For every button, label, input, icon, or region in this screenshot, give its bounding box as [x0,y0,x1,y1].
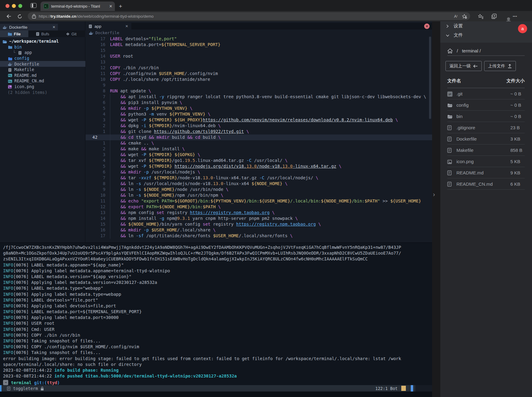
terminal-line: INFO[0076] LABEL metadata.type="webapp" [0,285,432,291]
code-line: 12COPY ./bin /usr/bin [86,65,432,71]
folder-icon [447,114,452,119]
code-line: 17 && ln -sf /opt/titanide/share/fonts $… [86,233,432,239]
maximize-window-button[interactable] [18,4,22,8]
breadcrumb-separator: / [457,48,458,53]
document-icon [447,147,452,152]
code-line: 1 && git clone https://github.com/tsl092… [86,129,432,134]
tab-close-icon[interactable]: ✕ [109,4,112,9]
minimize-window-button[interactable] [12,4,16,8]
file-size: 858 B [510,148,522,153]
editor-tab-bar: app ✕ ✕ [86,23,432,30]
sidebar-tab-close-icon[interactable]: ✕ [52,25,55,29]
file-explorer-sidebar: Dockerfile ✕ FileBufsGit ~/workspace/ter… [0,21,85,242]
tree-item-config[interactable]: config [0,55,85,61]
code-line: 6 && mkdir -p /usr/local/nodejs \ [86,169,432,175]
favorites-icon[interactable] [478,13,484,19]
line-number: 6 [86,100,110,106]
go-up-label: 返回上一级 [449,63,471,69]
file-row-readme-md[interactable]: README.md9 KB [447,167,525,178]
tree-item--workspace-terminal[interactable]: ~/workspace/terminal [0,38,85,44]
tree-item-label: README_CN.md [14,78,44,83]
tree-item-label: README.md [14,73,37,78]
code-area[interactable]: 17LABEL devtools="file,port"16LABEL meta… [86,36,432,239]
line-number: 5 [86,106,110,111]
add-favorite-icon[interactable] [462,13,467,19]
collections-icon[interactable] [491,13,497,19]
tree-item-dockerfile[interactable]: Dockerfile [0,61,85,67]
tree-item-label: ~/workspace/terminal [9,39,59,44]
ide-page: admin@titanide.cnadmin@titanide.cnadmin@… [0,21,532,397]
tree-item-app[interactable]: └ app [0,50,85,55]
editor-tab-close-icon[interactable]: ✕ [125,24,128,28]
file-row-bin[interactable]: bin~ 0 B [447,111,525,122]
code-line: 2 && make && make install \ [86,146,432,152]
docker-whale-icon [89,30,93,35]
line-number: 1 [86,140,110,146]
file-row-readme-cn-md[interactable]: README_CN.md6 KB [447,178,525,190]
line-number: 3 [86,152,110,158]
new-tab-button[interactable]: + [119,3,122,10]
code-line: 14USER root [86,53,432,59]
breadcrumb-path[interactable]: terminal / [462,48,481,53]
terminal-panel[interactable]: /fj7CcwoCW7ZXBc3snKxZNYHpbh7uhwOvx2lsi4W… [0,242,432,385]
panel-close-button[interactable]: ✕ [424,23,430,29]
sidebar-tab-bufs[interactable]: Bufs [28,30,57,37]
line-number: 11 [86,198,110,204]
chevron-down-icon [446,33,449,38]
file-row-config[interactable]: config~ 0 B [447,99,525,111]
upload-file-button[interactable]: 上传文件 [484,61,516,71]
line-number: 12 [86,65,110,71]
tree-item-readme-md[interactable]: README.md [0,73,85,78]
tree-item-bin[interactable]: bin [0,44,85,50]
refresh-icon[interactable] [17,13,22,19]
collapse-panel-icon[interactable]: › [433,191,435,198]
back-icon[interactable] [6,13,11,19]
file-row--gitignore[interactable]: .gitignore23 B [447,122,525,133]
file-row-dockerfile[interactable]: Dockerfile3 KB [447,133,525,145]
image-icon [8,84,12,89]
line-number: 15 [86,48,110,53]
browser-menu-icon[interactable]: ••• [513,14,517,18]
editor-tab-app[interactable]: app ✕ [86,23,131,30]
buffer-icon [8,67,12,72]
path-breadcrumb: / terminal / [447,47,481,54]
go-up-button[interactable]: 返回上一级 [445,61,482,71]
editor-scrollbar[interactable] [429,37,431,119]
tree-item-icon-png[interactable]: icon.png [0,84,85,90]
terminal-line: INFO[0076] LABEL devtools="file,port" [0,297,432,303]
sidebar-tab-file[interactable]: File [0,30,28,37]
code-line: 11COPY ./config/nvim $USER_HOME/.config/… [86,71,432,77]
home-icon[interactable] [447,47,453,54]
tree-item-readme-cn-md[interactable]: README_CN.md [0,78,85,84]
browser-sidebar-icon[interactable] [30,3,37,8]
line-number: 16 [86,227,110,233]
tree-item--2-hidden-items-[interactable]: (2 hidden items) [0,89,85,95]
line-number: 13 [86,59,110,65]
tree-item-label: Dockerfile [14,62,39,66]
md-icon [8,73,12,78]
sidebar-tab-git[interactable]: Git [57,30,85,37]
close-window-button[interactable] [5,4,9,8]
document-icon [447,125,452,130]
file-row-makefile[interactable]: Makefile858 B [447,145,525,156]
line-number: 14 [86,216,110,221]
tree-item-makefile[interactable]: Makefile [0,67,85,73]
read-aloud-icon[interactable]: A⁾ [454,14,458,19]
sidebar-buffer-tab[interactable]: Dockerfile ✕ [0,24,58,30]
line-number: 16 [86,42,110,48]
user-avatar-badge[interactable]: a [518,24,527,33]
prompt-arrow-icon: ➜ [3,380,8,385]
terminal-line: g8aNOh+Mc1OGoZkpofOxkJ4Up7vU2oUQ9r5PscAY… [0,250,432,256]
file-size: 9 KB [510,170,520,175]
code-line: 8RUN apt update \ [86,88,432,94]
terminal-line: INFO[0076] Applying label devtools=file,… [0,303,432,309]
line-number: 10 [86,77,110,82]
browser-tab[interactable]: >_ terminal-ttyd-wlotnipo - TitanI ✕ [41,2,115,11]
file-row--git[interactable]: git.git~ 0 B [447,88,525,99]
section-files[interactable]: 文件 [440,30,532,40]
file-row-icon-png[interactable]: icon.png5 KB [447,156,525,167]
upload-icon [508,64,512,68]
panel-divider[interactable]: › [432,21,440,397]
url-field[interactable]: https://try.titanide.cn/ide/web/coding/t… [28,12,470,20]
file-size: ~ 0 B [510,91,521,96]
